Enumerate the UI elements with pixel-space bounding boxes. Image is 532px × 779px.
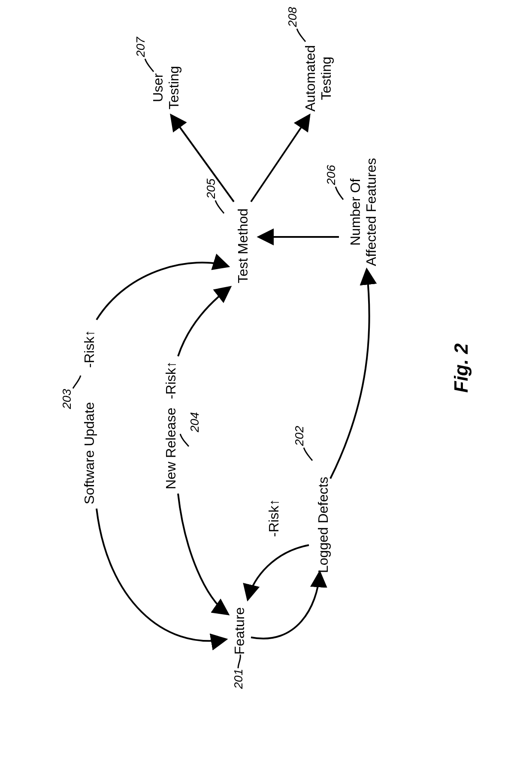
node-new-release: New Release <box>163 408 179 489</box>
node-automated-testing: Automated Testing <box>302 45 334 112</box>
ref-203: 203 <box>60 389 74 409</box>
ref-201: 201 <box>232 669 245 689</box>
edge-tag-new-release: -Risk↑ <box>163 361 179 399</box>
edge-tag-software-update: -Risk↑ <box>82 330 97 368</box>
node-logged-defects: Logged Defects <box>315 477 331 573</box>
diagram-canvas: Software Update -Risk↑ 203 New Release -… <box>0 0 532 779</box>
node-user-testing: User Testing <box>150 66 182 109</box>
ref-207: 207 <box>134 37 148 57</box>
ref-205: 205 <box>204 179 218 199</box>
figure-caption: Fig. 2 <box>450 343 472 393</box>
edge-tag-defects-feature: -Risk↑ <box>266 499 282 537</box>
ref-202: 202 <box>293 426 306 446</box>
ref-208: 208 <box>286 7 299 27</box>
ref-204: 204 <box>188 412 202 432</box>
node-num-affected: Number Of Affected Features <box>348 158 379 266</box>
node-feature: Feature <box>232 607 248 655</box>
node-test-method: Test Method <box>235 209 251 283</box>
ref-206: 206 <box>324 165 338 185</box>
node-software-update: Software Update <box>82 402 97 504</box>
